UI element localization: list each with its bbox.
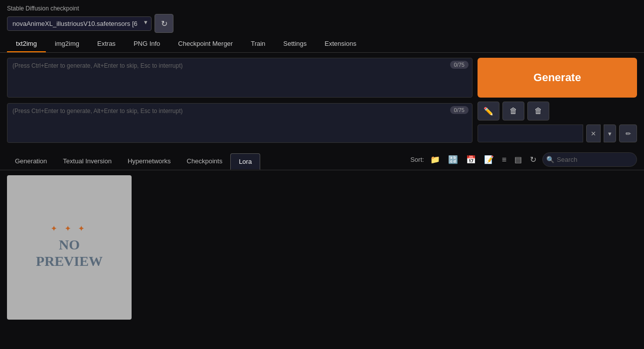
sort-order-button[interactable]: ≡ [500,154,508,165]
refresh-icon: ↻ [530,155,536,164]
negative-prompt-input[interactable] [7,103,473,143]
prompt-wrapper: 0/75 [7,58,473,99]
negative-prompt-token-count: 0/75 [450,106,469,114]
tab-settings[interactable]: Settings [274,36,316,52]
tab-train[interactable]: Train [242,36,274,52]
search-input-wrap: 🔍 [542,152,637,167]
sort-refresh-button[interactable]: ↻ [528,154,538,165]
action-buttons-row: ✏️ 🗑 🗑 [478,102,637,120]
style-input-row: ✕ ▾ ✏ [478,124,637,142]
sort-az-button[interactable]: 🔡 [446,154,460,165]
sub-tab-hypernetworks[interactable]: Hypernetworks [120,153,179,170]
recycle-icon: 🗑 [509,107,517,116]
gallery-area: ✦ ✦ ✦ NO PREVIEW [0,170,644,325]
search-icon: 🔍 [546,156,554,163]
chevron-down-icon: ▾ [608,130,612,137]
style-input[interactable] [478,124,583,142]
list-icon: ▤ [514,155,522,164]
style-dropdown-button[interactable]: ▾ [604,124,616,142]
trash-button[interactable]: 🗑 [527,102,549,120]
tab-extensions[interactable]: Extensions [316,36,365,52]
no-preview-line2: PREVIEW [36,253,103,269]
style-apply-button[interactable]: ✏ [619,124,637,142]
sub-tabs-row: Generation Textual Inversion Hypernetwor… [0,149,644,170]
right-panel: Generate ✏️ 🗑 🗑 ✕ ▾ ✏ [478,58,637,144]
prompt-input[interactable] [7,58,473,98]
sort-date-button[interactable]: 📅 [464,154,478,165]
refresh-checkpoint-button[interactable]: ↻ [155,14,173,33]
recycle-button[interactable]: 🗑 [502,102,524,120]
left-panel: 0/75 0/75 [7,58,473,144]
paste-button[interactable]: ✏️ [478,102,499,120]
main-tabs: txt2img img2img Extras PNG Info Checkpoi… [0,36,644,53]
checkpoint-label: Stable Diffusion checkpoint [7,5,173,12]
tab-txt2img[interactable]: txt2img [7,36,46,52]
top-bar: Stable Diffusion checkpoint novaAnimeXL_… [0,0,644,36]
style-clear-button[interactable]: ✕ [586,124,601,142]
sub-tab-checkpoints[interactable]: Checkpoints [179,153,231,170]
sort-folder-button[interactable]: 📁 [428,154,442,165]
generate-button[interactable]: Generate [478,58,637,98]
sub-tab-generation[interactable]: Generation [7,153,55,170]
no-preview-dots: ✦ ✦ ✦ [36,225,103,233]
sort-search-row: Sort: 📁 🔡 📅 📝 ≡ ▤ ↻ 🔍 [410,152,637,170]
close-icon: ✕ [591,130,596,137]
tab-extras[interactable]: Extras [88,36,125,52]
sort-edit-button[interactable]: 📝 [482,154,496,165]
content-area: 0/75 0/75 Generate ✏️ 🗑 🗑 ✕ ▾ [0,53,644,149]
tab-png-info[interactable]: PNG Info [125,36,169,52]
sub-tab-lora[interactable]: Lora [230,153,260,170]
sort-list-button[interactable]: ▤ [512,154,524,165]
tab-checkpoint-merger[interactable]: Checkpoint Merger [169,36,242,52]
trash-icon: 🗑 [534,107,542,116]
order-icon: ≡ [502,155,506,164]
edit-icon: 📝 [484,155,494,164]
pen-icon: ✏ [626,130,631,137]
sub-tab-textual-inversion[interactable]: Textual Inversion [55,153,120,170]
no-preview-line1: NO [59,237,80,252]
negative-prompt-wrapper: 0/75 [7,103,473,144]
folder-icon: 📁 [430,155,440,164]
prompt-token-count: 0/75 [450,61,469,69]
tab-img2img[interactable]: img2img [46,36,88,52]
lora-card[interactable]: ✦ ✦ ✦ NO PREVIEW [7,175,132,320]
az-icon: 🔡 [448,155,458,164]
search-input[interactable] [542,152,637,167]
date-icon: 📅 [466,155,476,164]
paste-icon: ✏️ [483,107,493,116]
checkpoint-select[interactable]: novaAnimeXL_illustriousV10.safetensors [… [7,16,152,31]
sort-label: Sort: [410,156,424,163]
checkpoint-wrapper: Stable Diffusion checkpoint novaAnimeXL_… [7,5,173,33]
no-preview-text: ✦ ✦ ✦ NO PREVIEW [26,215,113,280]
